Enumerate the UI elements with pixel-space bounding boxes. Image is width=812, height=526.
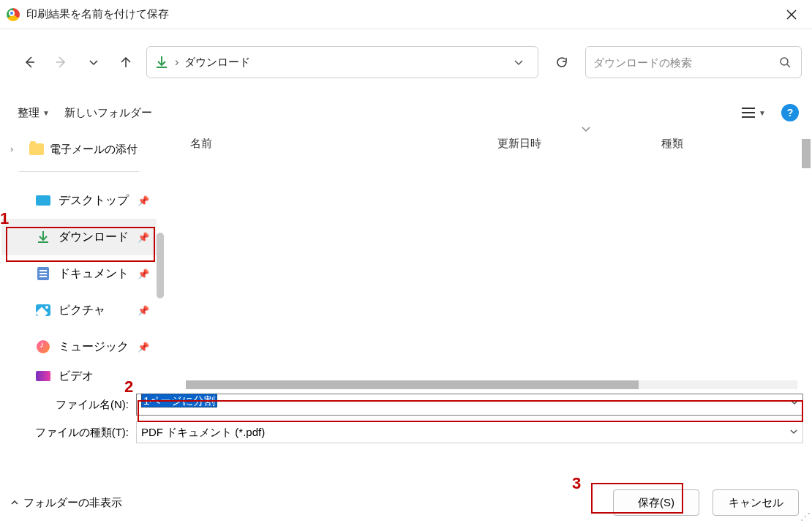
sidebar-item-label: ミュージック — [59, 339, 129, 355]
main-pane: › 電子メールの添付 デスクトップ 📌 ダウンロード 📌 ドキュメント 📌 — [0, 130, 812, 391]
back-button[interactable] — [18, 50, 41, 74]
help-button[interactable]: ? — [781, 104, 799, 121]
sidebar-item-label: ピクチャ — [59, 303, 105, 318]
pin-icon: 📌 — [138, 232, 149, 243]
address-dropdown[interactable] — [507, 50, 530, 74]
sidebar-item-label: ドキュメント — [59, 266, 129, 282]
filename-label: ファイル名(N): — [0, 398, 136, 412]
cancel-button[interactable]: キャンセル — [713, 489, 799, 516]
file-area[interactable] — [178, 157, 811, 377]
picture-icon — [36, 304, 50, 316]
sidebar-item-videos[interactable]: ビデオ — [1, 365, 157, 387]
toolbar: 整理 ▼ 新しいフォルダー ▼ ? — [0, 95, 812, 130]
file-list-pane: 名前 更新日時 種類 — [158, 130, 812, 391]
refresh-button[interactable] — [547, 48, 576, 77]
filename-dropdown[interactable] — [790, 398, 799, 409]
pin-icon: 📌 — [138, 195, 149, 206]
sidebar-item-documents[interactable]: ドキュメント 📌 — [1, 255, 157, 292]
sidebar-item-desktop[interactable]: デスクトップ 📌 — [1, 182, 157, 219]
chevron-right-icon: › — [10, 144, 22, 154]
pin-icon: 📌 — [138, 342, 149, 353]
column-headers: 名前 更新日時 種類 — [158, 130, 812, 157]
titlebar: 印刷結果を名前を付けて保存 — [0, 0, 812, 29]
sidebar-item-downloads[interactable]: ダウンロード 📌 — [1, 219, 157, 255]
view-menu[interactable]: ▼ — [740, 99, 767, 126]
sidebar-item-label: ビデオ — [59, 369, 94, 384]
pin-icon: 📌 — [138, 268, 149, 279]
search-icon[interactable] — [776, 53, 794, 71]
download-icon — [35, 230, 51, 244]
column-type[interactable]: 種類 — [661, 137, 812, 151]
filetype-value: PDF ドキュメント (*.pdf) — [141, 426, 265, 440]
filetype-label: ファイルの種類(T): — [0, 426, 136, 440]
chevron-down-icon — [789, 427, 798, 438]
pin-icon: 📌 — [138, 305, 149, 316]
footer: フォルダーの非表示 保存(S) キャンセル — [0, 479, 812, 526]
folder-icon — [29, 143, 44, 155]
filename-input[interactable]: 1ページに分割 — [136, 394, 803, 416]
close-button[interactable] — [777, 0, 806, 29]
scrollbar-thumb[interactable] — [802, 139, 811, 168]
chrome-icon — [6, 7, 20, 22]
recent-dropdown[interactable] — [82, 50, 105, 74]
document-icon — [37, 267, 49, 280]
column-name[interactable]: 名前 — [190, 137, 497, 151]
hide-folders-toggle[interactable]: フォルダーの非表示 — [10, 496, 122, 510]
horizontal-scrollbar[interactable] — [186, 380, 797, 389]
sidebar-item-label: 電子メールの添付 — [50, 143, 138, 157]
save-button[interactable]: 保存(S) — [613, 489, 699, 516]
column-modified[interactable]: 更新日時 — [497, 137, 661, 151]
organize-menu[interactable]: 整理 ▼ — [18, 106, 50, 120]
sidebar-item-email-attachments[interactable]: › 電子メールの添付 — [1, 135, 157, 164]
sidebar-separator — [19, 171, 139, 172]
window-title: 印刷結果を名前を付けて保存 — [26, 7, 169, 21]
svg-point-0 — [781, 58, 788, 65]
filename-area: ファイル名(N): 1ページに分割 ファイルの種類(T): PDF ドキュメント… — [0, 391, 812, 446]
download-icon — [154, 55, 169, 69]
sidebar-item-label: ダウンロード — [59, 230, 129, 245]
sort-chevron-icon[interactable] — [581, 124, 591, 135]
up-button[interactable] — [114, 50, 138, 74]
address-bar[interactable]: › ダウンロード — [146, 46, 538, 78]
desktop-icon — [36, 195, 50, 206]
breadcrumb-separator: › — [175, 56, 178, 69]
sidebar: › 電子メールの添付 デスクトップ 📌 ダウンロード 📌 ドキュメント 📌 — [0, 130, 158, 391]
chevron-up-icon — [10, 498, 19, 507]
nav-row: › ダウンロード — [0, 29, 812, 95]
music-icon — [37, 340, 50, 353]
scrollbar-thumb[interactable] — [186, 380, 639, 389]
search-box[interactable] — [585, 46, 802, 78]
sidebar-item-pictures[interactable]: ピクチャ 📌 — [1, 292, 157, 328]
sidebar-item-label: デスクトップ — [59, 193, 129, 208]
vertical-scrollbar[interactable] — [802, 130, 811, 391]
sidebar-item-music[interactable]: ミュージック 📌 — [1, 328, 157, 365]
resize-grip[interactable]: ⋰ — [800, 514, 811, 525]
filetype-select[interactable]: PDF ドキュメント (*.pdf) — [136, 421, 803, 443]
search-input[interactable] — [593, 56, 776, 69]
hide-folders-label: フォルダーの非表示 — [23, 496, 122, 510]
video-icon — [36, 371, 50, 381]
filename-selected-text: 1ページに分割 — [141, 394, 217, 407]
forward-button[interactable] — [50, 50, 73, 74]
breadcrumb-current: ダウンロード — [184, 56, 250, 69]
new-folder-button[interactable]: 新しいフォルダー — [64, 106, 152, 120]
